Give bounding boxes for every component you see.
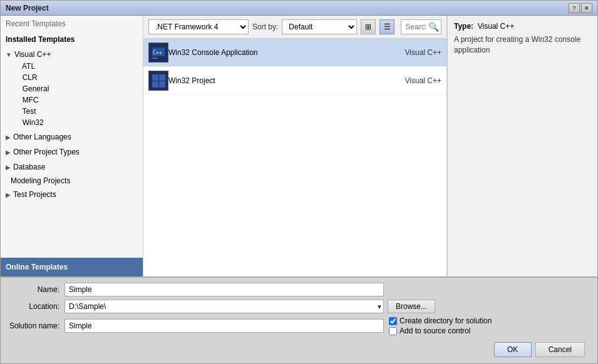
location-row: Location: ▼ Browse... — [8, 300, 590, 313]
center-area: .NET Framework 4 .NET Framework 3.5 .NET… — [143, 16, 447, 276]
title-bar: New Project ? ✕ — [1, 1, 597, 16]
name-label: Name: — [8, 285, 64, 294]
add-source-control-row: Add to source control — [389, 326, 492, 335]
create-directory-row: Create directory for solution — [389, 316, 492, 325]
toolbar-row: .NET Framework 4 .NET Framework 3.5 .NET… — [143, 16, 446, 39]
installed-templates-header: Installed Templates — [1, 32, 143, 47]
tree-modeling-projects[interactable]: Modeling Projects — [1, 174, 143, 187]
template-item-win32-console[interactable]: C++ Win32 Console Application Visual C++ — [143, 39, 446, 67]
close-button[interactable]: ✕ — [581, 3, 592, 13]
svg-rect-6 — [159, 74, 165, 81]
framework-select[interactable]: .NET Framework 4 .NET Framework 3.5 .NET… — [148, 19, 249, 34]
tree-child-general[interactable]: General — [18, 83, 143, 94]
main-content: Recent Templates Installed Templates ▼ V… — [1, 16, 597, 276]
svg-rect-5 — [152, 74, 158, 81]
template-type-1: Visual C++ — [391, 76, 441, 85]
modeling-label: Modeling Projects — [11, 176, 70, 185]
test-projects-label: Test Projects — [13, 190, 56, 199]
visual-cpp-children: ATL CLR General MFC Test Win32 — [1, 61, 143, 128]
tree-test-projects[interactable]: ▶ Test Projects — [1, 187, 143, 202]
detail-view-button[interactable]: ☰ — [379, 19, 394, 34]
search-box: 🔍 — [401, 19, 441, 34]
expand-icon-test: ▶ — [6, 191, 11, 198]
template-item-win32-project[interactable]: Win32 Project Visual C++ — [143, 67, 446, 95]
browse-button[interactable]: Browse... — [388, 300, 435, 313]
type-description: A project for creating a Win32 console a… — [454, 34, 591, 56]
create-directory-checkbox[interactable] — [389, 317, 397, 325]
svg-rect-7 — [152, 81, 158, 88]
bottom-form: Name: Location: ▼ Browse... Solution nam… — [1, 276, 597, 363]
svg-text:C++: C++ — [153, 50, 162, 56]
recent-templates-item[interactable]: Recent Templates — [1, 16, 143, 32]
tree-child-clr[interactable]: CLR — [18, 72, 143, 83]
add-source-control-label: Add to source control — [400, 326, 470, 335]
template-name-1: Win32 Project — [168, 76, 391, 85]
sort-select[interactable]: Default Name Date — [282, 19, 357, 34]
search-icon: 🔍 — [428, 22, 439, 32]
sort-label: Sort by: — [252, 23, 278, 31]
solution-input[interactable] — [64, 319, 384, 333]
name-input[interactable] — [64, 283, 384, 296]
expand-icon: ▼ — [6, 51, 12, 58]
template-name-0: Win32 Console Application — [168, 48, 391, 57]
other-languages-label: Other Languages — [13, 133, 71, 141]
template-icon-win32 — [148, 71, 168, 91]
tree-child-win32[interactable]: Win32 — [18, 117, 143, 128]
expand-icon-database: ▶ — [6, 164, 11, 171]
templates-list: C++ Win32 Console Application Visual C++ — [143, 39, 446, 276]
type-value: Visual C++ — [478, 22, 514, 31]
win32-svg — [150, 72, 167, 89]
cancel-button[interactable]: Cancel — [535, 342, 585, 357]
help-button[interactable]: ? — [569, 3, 580, 13]
solution-row: Solution name: Create directory for solu… — [8, 316, 590, 335]
expand-icon-other-proj: ▶ — [6, 149, 11, 156]
right-panel: Type: Visual C++ A project for creating … — [447, 16, 597, 276]
visual-cpp-label: Visual C++ — [14, 50, 51, 59]
list-view-button[interactable]: ⊞ — [361, 19, 376, 34]
other-project-types-label: Other Project Types — [13, 148, 80, 156]
title-bar-buttons: ? ✕ — [569, 3, 592, 13]
tree-area: ▼ Visual C++ ATL CLR General MFC Test Wi… — [1, 47, 143, 258]
location-input[interactable] — [64, 300, 384, 313]
console-svg: C++ — [150, 44, 167, 61]
template-icon-console: C++ — [148, 43, 168, 63]
solution-label: Solution name: — [8, 321, 64, 330]
tree-visual-cpp[interactable]: ▼ Visual C++ ATL CLR General MFC Test Wi… — [1, 47, 143, 129]
location-dropdown-icon[interactable]: ▼ — [376, 303, 383, 310]
database-label: Database — [13, 163, 45, 171]
location-input-wrap: ▼ — [64, 300, 384, 313]
type-label: Type: Visual C++ — [454, 22, 591, 31]
create-directory-label: Create directory for solution — [400, 316, 492, 325]
tree-other-project-types[interactable]: ▶ Other Project Types — [1, 144, 143, 159]
tree-other-languages[interactable]: ▶ Other Languages — [1, 129, 143, 144]
add-source-control-checkbox[interactable] — [389, 327, 397, 335]
tree-database[interactable]: ▶ Database — [1, 159, 143, 174]
type-prefix: Type: — [454, 22, 473, 31]
ok-button[interactable]: OK — [494, 342, 532, 357]
tree-child-test[interactable]: Test — [18, 106, 143, 117]
dialog-title: New Project — [6, 4, 49, 13]
svg-rect-8 — [159, 81, 165, 88]
tree-child-atl[interactable]: ATL — [18, 61, 143, 72]
tree-child-mfc[interactable]: MFC — [18, 94, 143, 106]
location-label: Location: — [8, 302, 64, 311]
svg-rect-3 — [152, 58, 157, 59]
name-row: Name: — [8, 283, 590, 296]
expand-icon-other-lang: ▶ — [6, 134, 11, 141]
sidebar: Recent Templates Installed Templates ▼ V… — [1, 16, 143, 276]
template-type-0: Visual C++ — [391, 48, 441, 57]
buttons-row: OK Cancel — [8, 338, 590, 358]
online-templates-section[interactable]: Online Templates — [1, 258, 143, 276]
new-project-dialog: New Project ? ✕ Recent Templates Install… — [0, 0, 598, 364]
